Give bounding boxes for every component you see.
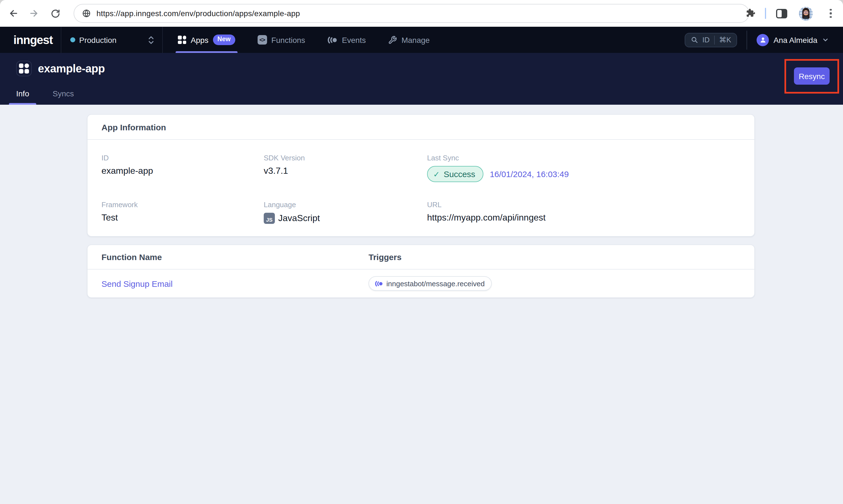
app-information-card: App Information ID example-app SDK Versi…: [87, 114, 755, 237]
field-id: ID example-app: [102, 154, 264, 182]
forward-arrow-icon: [29, 8, 39, 19]
nav-item-label: Manage: [401, 35, 430, 44]
nav-right: ID ⌘K Ana Almeida: [684, 27, 843, 53]
field-value: example-app: [102, 166, 264, 176]
nav-item-events[interactable]: Events: [328, 27, 366, 53]
inngest-logo: inngest: [13, 33, 53, 47]
language-name: JavaScript: [278, 213, 320, 223]
app-header: example-app Info Syncs Resync: [0, 53, 843, 105]
app-icon: [16, 61, 32, 76]
function-link[interactable]: Send Signup Email: [102, 279, 368, 288]
app-title-row: example-app: [16, 61, 105, 76]
environment-selector[interactable]: Production: [61, 27, 163, 53]
top-navigation: inngest Production Apps New <> Functions…: [0, 27, 843, 53]
nav-item-apps[interactable]: Apps New: [178, 27, 235, 53]
kebab-dot: [830, 16, 832, 18]
profile-photo: [799, 6, 813, 20]
browser-back-button[interactable]: [5, 5, 21, 21]
app-information-grid: ID example-app SDK Version v3.7.1 Last S…: [88, 140, 754, 236]
event-trigger-icon: [375, 280, 383, 287]
browser-profile-avatar[interactable]: [799, 6, 813, 20]
field-framework: Framework Test: [102, 200, 264, 224]
user-avatar[interactable]: [757, 34, 769, 46]
resync-button[interactable]: Resync: [794, 67, 830, 85]
trigger-badge: inngestabot/message.received: [368, 276, 492, 291]
chevron-up-down-icon: [148, 35, 154, 45]
environment-status-dot: [70, 37, 75, 42]
field-value: Test: [102, 213, 264, 223]
browser-toolbar: https://app.inngest.com/env/production/a…: [0, 0, 843, 27]
field-label: ID: [102, 154, 264, 162]
nav-item-functions[interactable]: <> Functions: [257, 27, 305, 53]
field-label: Language: [264, 200, 427, 209]
logo-box[interactable]: inngest: [0, 27, 61, 53]
events-waves-icon: [328, 35, 338, 44]
language-value: JS JavaScript: [264, 213, 427, 224]
trigger-name: inngestabot/message.received: [386, 279, 485, 288]
field-last-sync: Last Sync ✓ Success 16/01/2024, 16:03:49: [427, 154, 740, 182]
search-shortcut[interactable]: ID ⌘K: [684, 33, 737, 47]
nav-items: Apps New <> Functions Events Manage: [163, 27, 430, 53]
last-sync-timestamp: 16/01/2024, 16:03:49: [490, 169, 569, 179]
apps-grid-icon: [178, 36, 186, 44]
functions-table-card: Function Name Triggers Send Signup Email…: [87, 245, 755, 298]
field-url: URL https://myapp.com/api/inngest: [427, 200, 740, 224]
reload-icon: [50, 8, 61, 19]
column-function-name: Function Name: [102, 252, 368, 262]
chevron-down-icon[interactable]: [822, 37, 828, 43]
nav-item-label: Events: [342, 35, 366, 44]
search-separator: [714, 35, 715, 44]
person-icon: [759, 36, 767, 43]
column-triggers: Triggers: [368, 252, 740, 262]
field-label: URL: [427, 200, 740, 209]
extensions-puzzle-icon: [745, 8, 755, 18]
environment-label: Production: [79, 35, 148, 44]
app-tabs: Info Syncs: [9, 89, 81, 105]
nav-item-manage[interactable]: Manage: [388, 27, 430, 53]
page-title: example-app: [38, 62, 105, 75]
manage-wrench-icon: [388, 35, 397, 44]
nav-item-label: Functions: [271, 35, 305, 44]
browser-forward-button[interactable]: [26, 5, 42, 21]
search-scope-label: ID: [702, 36, 709, 44]
nav-item-label: Apps: [191, 35, 208, 44]
field-label: Framework: [102, 200, 264, 209]
tab-info[interactable]: Info: [9, 89, 36, 105]
side-panel-button[interactable]: [774, 5, 790, 21]
toolbar-divider: [765, 8, 766, 19]
last-sync-value: ✓ Success 16/01/2024, 16:03:49: [427, 166, 740, 182]
search-shortcut-keys: ⌘K: [719, 36, 731, 44]
screen: https://app.inngest.com/env/production/a…: [0, 0, 843, 504]
url-text: https://app.inngest.com/env/production/a…: [97, 9, 300, 18]
extensions-button[interactable]: [743, 5, 758, 21]
field-label: SDK Version: [264, 154, 427, 162]
nav-divider: [747, 30, 747, 49]
field-sdk-version: SDK Version v3.7.1: [264, 154, 427, 182]
main-content: App Information ID example-app SDK Versi…: [0, 105, 843, 504]
browser-reload-button[interactable]: [47, 5, 63, 21]
tab-syncs[interactable]: Syncs: [46, 89, 81, 105]
status-badge-label: Success: [444, 169, 475, 179]
browser-menu-button[interactable]: [823, 5, 839, 21]
search-icon: [690, 36, 698, 43]
new-badge: New: [213, 35, 235, 45]
javascript-icon: JS: [264, 213, 275, 224]
browser-right-controls: [743, 0, 843, 27]
functions-table-header: Function Name Triggers: [88, 245, 754, 270]
field-value: https://myapp.com/api/inngest: [427, 213, 740, 223]
field-language: Language JS JavaScript: [264, 200, 427, 224]
check-icon: ✓: [433, 169, 440, 179]
kebab-dot: [830, 13, 832, 15]
kebab-dot: [830, 9, 832, 11]
back-arrow-icon: [8, 8, 19, 19]
field-value: v3.7.1: [264, 166, 427, 176]
functions-code-icon: <>: [257, 35, 267, 44]
field-label: Last Sync: [427, 154, 740, 162]
url-bar[interactable]: https://app.inngest.com/env/production/a…: [74, 4, 749, 23]
card-title: App Information: [88, 115, 754, 140]
table-row: Send Signup Email inngestabot/message.re…: [88, 270, 754, 298]
status-badge: ✓ Success: [427, 166, 484, 182]
globe-icon: [82, 9, 91, 18]
side-panel-icon: [776, 8, 787, 18]
user-name: Ana Almeida: [774, 35, 818, 44]
